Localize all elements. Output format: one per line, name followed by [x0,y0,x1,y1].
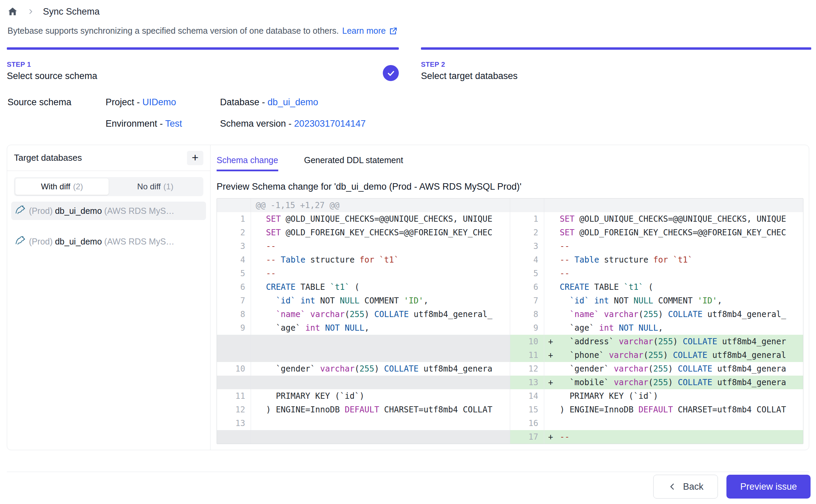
field-value-link[interactable]: 20230317014147 [294,119,366,129]
diff-line-number: 4 [217,253,251,267]
diff-add-marker [544,226,560,239]
field-name: Schema version [220,119,286,129]
diff-code-line: ) ENGINE=InnoDB DEFAULT CHARSET=utf8mb4 … [251,403,510,416]
preview-title: Preview Schema change for 'db_ui_demo (P… [217,182,803,192]
diff-line-number: 7 [217,294,251,308]
diff-right-side: 12 `gender` varchar(255) COLLATE utf8mb4… [510,362,803,376]
tab-count: (1) [163,182,173,191]
target-databases-panel: Target databases + With diff(2)No diff(1… [7,145,210,450]
step1-label: STEP 1 [7,61,399,68]
add-database-button[interactable]: + [187,151,203,165]
diff-code-line: -- [560,430,803,444]
field-separator: - [260,97,268,107]
diff-line-number: 12 [510,362,544,376]
database-list-item[interactable]: (Prod)db_ui_demo(AWS RDS MyS… [11,202,206,220]
diff-add-marker [544,321,560,335]
diff-left-side: 4-- Table structure for `t1` [217,253,510,267]
tab-schema-change[interactable]: Schema change [217,155,278,171]
back-button[interactable]: Back [653,475,718,499]
diff-code-line: `mobile` varchar(255) COLLATE utf8mb4_ge… [560,376,803,389]
diff-left-side: 1SET @OLD_UNIQUE_CHECKS=@@UNIQUE_CHECKS,… [217,212,510,226]
diff-right-side: 2SET @OLD_FOREIGN_KEY_CHECKS=@@FOREIGN_K… [510,226,803,239]
home-icon[interactable] [7,6,18,17]
diff-code-line [251,376,510,389]
diff-line-number: 6 [510,280,544,294]
description-text: Bytebase supports synchronizing a specif… [7,26,339,36]
diff-left-side: 13 [217,416,510,430]
diff-line-number: 11 [217,389,251,403]
field-value-link[interactable]: db_ui_demo [268,97,318,107]
diff-row: 10 `gender` varchar(255) COLLATE utf8mb4… [217,362,803,376]
diff-row: 1316 [217,416,803,430]
tab-generated-ddl-statement[interactable]: Generated DDL statement [304,155,403,171]
diff-line-number: 15 [510,403,544,416]
diff-code-line [251,430,510,444]
diff-line-number: 5 [510,267,544,280]
field-value-link[interactable]: UIDemo [142,97,176,107]
diff-left-side [217,430,510,444]
schema-diff-viewer[interactable]: @@ -1,15 +1,27 @@1SET @OLD_UNIQUE_CHECKS… [217,198,803,444]
source-field-project: Project - UIDemo [106,97,220,108]
diff-code-line: ) ENGINE=InnoDB DEFAULT CHARSET=utf8mb4 … [560,403,803,416]
diff-code-line [251,416,510,430]
diff-code-line: @@ -1,15 +1,27 @@ [251,199,510,212]
diff-line-number: 10 [510,335,544,348]
field-separator: - [286,119,294,129]
diff-code-line: `name` varchar(255) COLLATE utf8mb4_gene… [251,308,510,321]
diff-code-line: -- [251,267,510,280]
tab-with-diff[interactable]: With diff(2) [15,178,109,195]
field-value-link[interactable]: Test [165,119,182,129]
diff-code-line: `phone` varchar(255) COLLATE utf8mb4_gen… [560,348,803,362]
diff-line-number: 3 [217,239,251,253]
diff-add-marker [544,199,560,212]
diff-row: 8 `name` varchar(255) COLLATE utf8mb4_ge… [217,308,803,321]
diff-right-side: 13+ `mobile` varchar(255) COLLATE utf8mb… [510,376,803,389]
diff-line-number [217,430,251,444]
diff-line-number: 14 [510,389,544,403]
diff-row: 12) ENGINE=InnoDB DEFAULT CHARSET=utf8mb… [217,403,803,416]
diff-line-number [217,335,251,348]
learn-more-link[interactable]: Learn more [342,26,398,36]
step-1: STEP 1 Select source schema [7,47,399,81]
source-field-environment: Environment - Test [106,119,220,129]
diff-code-line: `gender` varchar(255) COLLATE utf8mb4_ge… [251,362,510,376]
diff-line-number: 5 [217,267,251,280]
diff-right-side: 6CREATE TABLE `t1` ( [510,280,803,294]
diff-code-line: `gender` varchar(255) COLLATE utf8mb4_ge… [560,362,803,376]
database-list-item[interactable]: (Prod)db_ui_demo(AWS RDS MyS… [11,232,206,251]
plus-icon: + [192,152,199,163]
diff-line-number: 3 [510,239,544,253]
diff-row: 4-- Table structure for `t1`4-- Table st… [217,253,803,267]
diff-add-marker [544,403,560,416]
chevron-right-icon [27,8,34,15]
diff-code-line: PRIMARY KEY (`id`) [251,389,510,403]
diff-code-line [251,335,510,348]
tab-count: (2) [73,182,83,191]
diff-left-side [217,348,510,362]
diff-code-line: -- [251,239,510,253]
diff-code-line: `age` int NOT NULL, [251,321,510,335]
chevron-left-icon [668,482,677,491]
field-separator: - [157,119,166,129]
diff-left-side [217,376,510,389]
diff-code-line [560,416,803,430]
diff-line-number: 9 [510,321,544,335]
diff-right-side: 17+-- [510,430,803,444]
tab-label: No diff [137,182,161,191]
diff-add-marker: + [544,335,560,348]
preview-issue-button[interactable]: Preview issue [726,475,811,499]
diff-right-side [510,199,803,212]
database-name: db_ui_demo [55,206,102,216]
diff-add-marker [544,389,560,403]
diff-add-marker [544,239,560,253]
diff-code-line: SET @OLD_FOREIGN_KEY_CHECKS=@@FOREIGN_KE… [251,226,510,239]
diff-add-marker: + [544,348,560,362]
tab-no-diff[interactable]: No diff(1) [109,178,202,195]
diff-line-number: 12 [217,403,251,416]
diff-row: 10+ `address` varchar(255) COLLATE utf8m… [217,335,803,348]
diff-line-number [510,199,544,212]
diff-add-marker [544,253,560,267]
diff-line-number: 1 [510,212,544,226]
diff-code-line: -- Table structure for `t1` [251,253,510,267]
diff-line-number: 10 [217,362,251,376]
